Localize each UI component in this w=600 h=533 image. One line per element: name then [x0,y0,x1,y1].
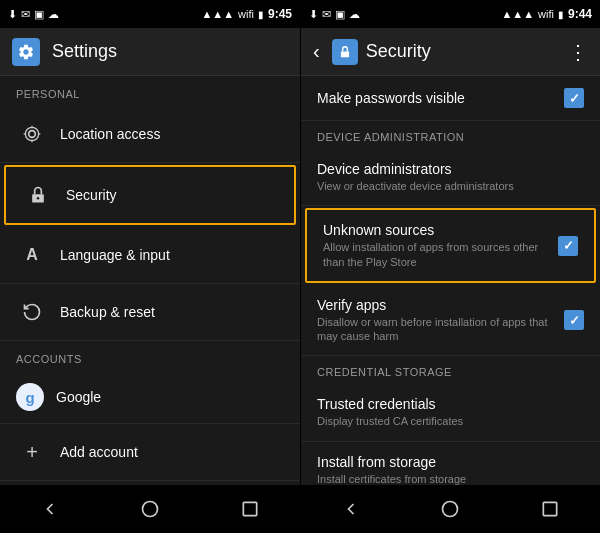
left-status-icons: ⬇ ✉ ▣ ☁ [8,8,59,21]
location-access-title: Location access [60,126,284,142]
right-status-right: ▲▲▲ wifi ▮ 9:44 [501,7,592,21]
add-account-title: Add account [60,444,284,460]
device-administrators-item[interactable]: Device administrators View or deactivate… [301,149,600,206]
verify-apps-item[interactable]: Verify apps Disallow or warn before inst… [301,285,600,357]
mail-icon: ✉ [21,8,30,21]
left-app-bar: Settings [0,28,300,76]
right-recent-button[interactable] [526,485,574,533]
right-status-icons: ⬇ ✉ ▣ ☁ [309,8,360,21]
sidebar-item-google[interactable]: g Google [0,371,300,424]
trusted-credentials-title: Trusted credentials [317,396,584,412]
make-passwords-visible-text: Make passwords visible [317,90,556,106]
right-download-icon: ⬇ [309,8,318,21]
sidebar-item-security[interactable]: Security [4,165,296,225]
right-back-button[interactable] [327,485,375,533]
install-from-storage-subtitle: Install certificates from storage [317,472,584,485]
settings-title: Settings [52,41,117,62]
unknown-sources-item[interactable]: Unknown sources Allow installation of ap… [305,208,596,283]
svg-rect-16 [543,502,556,515]
svg-point-1 [25,127,38,140]
more-options-button[interactable]: ⋮ [564,36,592,68]
right-status-bar: ⬇ ✉ ▣ ☁ ▲▲▲ wifi ▮ 9:44 [301,0,600,28]
accounts-section-header: ACCOUNTS [0,341,300,371]
signal-icon: ▲▲▲ [201,8,234,20]
verify-apps-title: Verify apps [317,297,556,313]
add-account-text: Add account [60,444,284,460]
device-admin-section-header: DEVICE ADMINISTRATION [301,121,600,149]
make-passwords-visible-item[interactable]: Make passwords visible [301,76,600,121]
backup-icon [16,296,48,328]
left-status-right: ▲▲▲ wifi ▮ 9:45 [201,7,292,21]
sidebar-item-location-access[interactable]: Location access [0,106,300,163]
left-recent-button[interactable] [226,485,274,533]
left-time: 9:45 [268,7,292,21]
download-icon: ⬇ [8,8,17,21]
device-admin-text: Device administrators View or deactivate… [317,161,584,193]
right-battery-icon: ▮ [558,9,564,20]
settings-app-icon [12,38,40,66]
security-settings-list: Make passwords visible DEVICE ADMINISTRA… [301,76,600,485]
language-icon: A [16,239,48,271]
google-text: Google [56,389,284,405]
make-passwords-visible-title: Make passwords visible [317,90,556,106]
right-phone-panel: ⬇ ✉ ▣ ☁ ▲▲▲ wifi ▮ 9:44 ‹ Security ⋮ Mak… [300,0,600,533]
right-mail-icon: ✉ [322,8,331,21]
cloud-icon: ☁ [48,8,59,21]
location-access-text: Location access [60,126,284,142]
security-back-button[interactable]: ‹ [309,36,324,67]
backup-reset-title: Backup & reset [60,304,284,320]
language-input-title: Language & input [60,247,284,263]
security-page-title: Security [366,41,556,62]
personal-section-header: PERSONAL [0,76,300,106]
credential-storage-section-header: CREDENTIAL STORAGE [301,356,600,384]
security-item-title: Security [66,187,278,203]
right-home-button[interactable] [426,485,474,533]
right-signal-icon: ▲▲▲ [501,8,534,20]
google-icon: g [16,383,44,411]
verify-apps-subtitle: Disallow or warn before installation of … [317,315,556,344]
right-wifi-icon: wifi [538,8,554,20]
settings-list: PERSONAL Location access Security A Lang… [0,76,300,485]
install-from-storage-title: Install from storage [317,454,584,470]
sidebar-item-language-input[interactable]: A Language & input [0,227,300,284]
location-icon [16,118,48,150]
right-time: 9:44 [568,7,592,21]
unknown-sources-subtitle: Allow installation of apps from sources … [323,240,550,269]
unknown-sources-title: Unknown sources [323,222,550,238]
trusted-credentials-item[interactable]: Trusted credentials Display trusted CA c… [301,384,600,441]
left-back-button[interactable] [26,485,74,533]
unknown-sources-checkbox[interactable] [558,236,578,256]
sidebar-item-add-account[interactable]: + Add account [0,424,300,481]
left-phone-panel: ⬇ ✉ ▣ ☁ ▲▲▲ wifi ▮ 9:45 Settings PERSONA… [0,0,300,533]
svg-rect-13 [243,502,256,515]
battery-icon: ▮ [258,9,264,20]
sidebar-item-backup-reset[interactable]: Backup & reset [0,284,300,341]
svg-point-15 [443,502,458,517]
install-from-storage-item[interactable]: Install from storage Install certificate… [301,442,600,485]
security-app-bar: ‹ Security ⋮ [301,28,600,76]
svg-rect-14 [341,51,349,57]
language-input-text: Language & input [60,247,284,263]
right-nav-bar [301,485,600,533]
verify-apps-text: Verify apps Disallow or warn before inst… [317,297,556,344]
verify-apps-checkbox[interactable] [564,310,584,330]
backup-reset-text: Backup & reset [60,304,284,320]
install-from-storage-text: Install from storage Install certificate… [317,454,584,485]
make-passwords-checkbox[interactable] [564,88,584,108]
trusted-credentials-subtitle: Display trusted CA certificates [317,414,584,428]
svg-point-12 [143,502,158,517]
image-icon: ▣ [34,8,44,21]
left-home-button[interactable] [126,485,174,533]
svg-point-0 [29,131,36,138]
wifi-icon: wifi [238,8,254,20]
device-admin-title: Device administrators [317,161,584,177]
google-title: Google [56,389,284,405]
left-status-bar: ⬇ ✉ ▣ ☁ ▲▲▲ wifi ▮ 9:45 [0,0,300,28]
security-app-icon [332,39,358,65]
add-account-icon: + [16,436,48,468]
right-image-icon: ▣ [335,8,345,21]
security-text: Security [66,187,278,203]
trusted-credentials-text: Trusted credentials Display trusted CA c… [317,396,584,428]
right-cloud-icon: ☁ [349,8,360,21]
left-nav-bar [0,485,300,533]
